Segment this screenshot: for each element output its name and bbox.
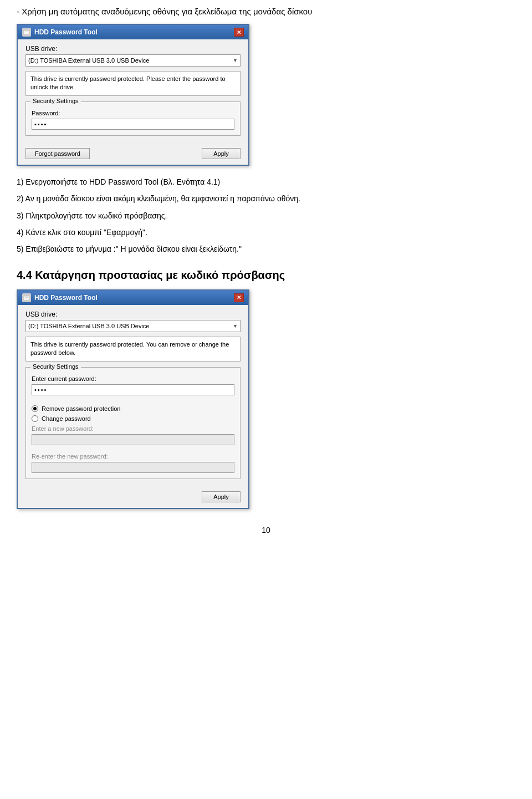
usb-drive-dropdown-2[interactable]: (D:) TOSHIBA External USB 3.0 USB Device… (25, 320, 241, 332)
info-box-2: This drive is currently password protect… (25, 337, 241, 362)
dialog-box-1: 🖴 HDD Password Tool ✕ USB drive: (D:) TO… (17, 24, 249, 166)
dialog-body-1: USB drive: (D:) TOSHIBA External USB 3.0… (18, 39, 248, 148)
current-password-input[interactable] (32, 384, 234, 395)
usb-drive-label-1: USB drive: (25, 45, 241, 53)
dialog-footer-2: Apply (18, 491, 248, 508)
step1-text: 1) Ενεργοποιήστε το HDD Password Tool (Β… (17, 176, 515, 188)
apply-button-2[interactable]: Apply (202, 491, 241, 502)
dropdown-value-2: (D:) TOSHIBA External USB 3.0 USB Device (28, 323, 149, 329)
dialog-titlebar-2: 🖴 HDD Password Tool ✕ (18, 291, 248, 305)
password-input-1[interactable] (32, 119, 234, 130)
dialog-body-2: USB drive: (D:) TOSHIBA External USB 3.0… (18, 305, 248, 491)
step5-text: 5) Επιβεβαιώστε το μήνυμα :" Η μονάδα δί… (17, 243, 515, 255)
dropdown-arrow-1: ▼ (233, 58, 238, 63)
dialog-title-text-1: HDD Password Tool (34, 28, 98, 36)
reenter-password-input (32, 462, 234, 473)
dialog-close-button-1[interactable]: ✕ (234, 28, 244, 37)
password-label-1: Password: (32, 110, 234, 116)
new-password-input (32, 434, 234, 445)
forgot-password-button[interactable]: Forgot password (25, 148, 90, 159)
dialog-title-2: 🖴 HDD Password Tool (22, 293, 98, 302)
section44-heading: 4.4 Κατάργηση προστασίας με κωδικό πρόσβ… (17, 269, 515, 282)
dialog-close-button-2[interactable]: ✕ (234, 293, 244, 302)
radio-remove-circle (32, 405, 38, 412)
usb-drive-dropdown-1[interactable]: (D:) TOSHIBA External USB 3.0 USB Device… (25, 54, 241, 67)
dialog-title-1: 🖴 HDD Password Tool (22, 28, 98, 37)
enter-current-password-label: Enter current password: (32, 375, 234, 382)
radio-change-password[interactable]: Change password (32, 415, 234, 422)
header-text: - Χρήση μη αυτόματης αναδυόμενης οθόνης … (17, 6, 515, 17)
radio-change-circle (32, 415, 38, 422)
radio-change-label: Change password (42, 415, 91, 422)
dropdown-value-1: (D:) TOSHIBA External USB 3.0 USB Device (28, 57, 149, 64)
step3-text: 3) Πληκτρολογήστε τον κωδικό πρόσβασης. (17, 210, 515, 222)
dropdown-arrow-2: ▼ (233, 323, 238, 329)
info-box-1: This drive is currently password protect… (25, 71, 241, 96)
step4-text: 4) Κάντε κλικ στο κουμπί "Εφαρμογή". (17, 226, 515, 238)
dialog-footer-1: Forgot password Apply (18, 148, 248, 165)
reenter-password-label: Re-enter the new password: (32, 453, 234, 460)
dialog-box-2: 🖴 HDD Password Tool ✕ USB drive: (D:) TO… (17, 289, 249, 509)
hdd-icon-2: 🖴 (22, 293, 31, 302)
security-settings-title-2: Security Settings (30, 363, 81, 370)
hdd-icon-1: 🖴 (22, 28, 31, 37)
apply-button-1[interactable]: Apply (202, 148, 241, 159)
dialog-titlebar-1: 🖴 HDD Password Tool ✕ (18, 25, 248, 39)
usb-drive-label-2: USB drive: (25, 311, 241, 318)
security-settings-title-1: Security Settings (30, 98, 81, 104)
dialog-title-text-2: HDD Password Tool (34, 294, 98, 302)
security-settings-group-2: Security Settings Enter current password… (25, 367, 241, 479)
new-password-label: Enter a new password: (32, 425, 234, 432)
radio-remove-label: Remove password protection (42, 405, 120, 412)
security-settings-group-1: Security Settings Password: (25, 101, 241, 136)
page-number: 10 (17, 526, 515, 535)
radio-remove-protection[interactable]: Remove password protection (32, 405, 234, 412)
step2-text: 2) Αν η μονάδα δίσκου είναι ακόμη κλειδω… (17, 192, 515, 205)
